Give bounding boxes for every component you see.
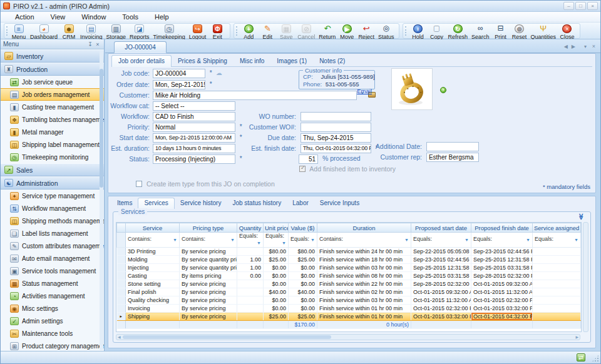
filter-cell[interactable]: Contains: [317,233,411,248]
toolbar-button[interactable]: × Close [560,24,575,40]
proposed-finish-cell[interactable]: Oct-01-2015 11:32:00 AM [471,288,533,296]
toolbar-button[interactable]: ‖ Hold [410,24,425,40]
maximize-button[interactable]: □ [575,2,586,10]
sidebar-item-timekeeping-monitoring[interactable]: ◷ Timekeeping monitoring [1,151,104,163]
assigned-cell[interactable] [533,264,581,272]
duration-cell[interactable]: Finish service within 03 hr 00 min [317,264,411,272]
duration-cell[interactable]: Finish service within 03 hr 00 min [317,296,411,305]
sidebar-group-inventory[interactable]: ▱ Inventory [1,49,104,63]
pricing-type-cell[interactable]: By service pricing [180,248,237,256]
table-vertical-scrollbar[interactable] [583,222,588,332]
toolbar-button[interactable]: ≡ Menu [11,24,26,40]
unit-price-cell[interactable]: $80.00 [264,248,289,256]
sidebar-item-auto-email-management[interactable]: ✉ Auto email management [1,252,104,265]
unit-price-cell[interactable]: $25.00 [264,313,289,321]
workflow-select[interactable]: CAD to Finish [153,112,235,121]
document-tab-jo-000004[interactable]: JO-000004 [114,41,167,53]
job-code-input[interactable]: JO-000004 [153,69,205,78]
est-duration-input[interactable]: 10 days 13 hours 0 minutes [153,144,235,153]
value-cell[interactable]: $0.00 [289,272,317,280]
filter-funnel-icon[interactable] [465,236,469,244]
email-link[interactable]: Email [357,88,372,94]
sidebar-item-metal-manager[interactable]: ▮ Metal manager [1,126,104,138]
column-header[interactable]: Unit price.. [264,223,289,233]
filter-funnel-icon[interactable] [257,239,261,247]
service-row[interactable]: Stone setting By service pricing $0.00 $… [117,280,581,288]
due-date-input[interactable]: Thu, Sep-24-2015 [300,133,371,143]
detail-tab[interactable]: Prices & Shipping [172,55,234,66]
additional-date-input[interactable] [426,142,479,151]
duration-cell[interactable]: Finish service within 24 hr 00 min [317,248,411,256]
duration-cell[interactable]: Finish service within 01 hr 00 min [317,305,411,313]
pricing-type-cell[interactable]: By service pricing [180,280,237,288]
wo-number-input[interactable] [300,112,371,121]
quantity-cell[interactable] [237,313,264,321]
filter-funnel-icon[interactable] [230,236,235,244]
service-row[interactable]: Molding By service quantity pricing 1.00… [117,256,581,264]
status-select[interactable]: Processing (Injecting) [153,154,235,164]
sidebar-item-shipping-methods-management[interactable]: ◫ Shipping methods management [1,215,104,227]
service-row[interactable]: Final polish By service pricing $40.00 $… [117,288,581,296]
assigned-cell[interactable] [533,305,581,313]
duration-cell[interactable]: Finish service within 02 hr 00 min [317,288,411,296]
filter-cell[interactable]: Contains: [126,233,180,248]
customer-rep-input[interactable]: Esther Bergsma [426,153,479,162]
quantity-cell[interactable] [237,305,264,313]
filter-funnel-icon[interactable] [311,236,315,244]
sidebar-item-label-lists-management[interactable]: ❏ Label lists management [1,227,104,240]
sidebar-item-custom-attributes-management[interactable]: ✎ Custom attributes management [1,240,104,252]
sidebar-item-tumbling-batches-management[interactable]: ❖ Tumbling batches management [1,113,104,126]
value-cell[interactable]: $80.00 [289,248,317,256]
sidebar-item-admin-settings[interactable]: ✓ Admin settings [1,315,104,327]
column-header[interactable]: Service [126,223,180,233]
column-header[interactable]: Quantity [237,223,264,233]
filter-cell[interactable]: Equals: [411,233,471,248]
proposed-start-cell[interactable]: Sep-25-2015 12:31:58 PM [411,264,471,272]
pin-icon[interactable]: ↧ [86,41,94,48]
value-cell[interactable]: $0.00 [289,264,317,272]
image-nav-icon[interactable]: › [440,87,446,93]
sidebar-group-production[interactable]: ♜ Production [1,63,104,76]
pricing-type-cell[interactable]: By items pricing [180,272,237,280]
proposed-finish-cell[interactable]: Oct-01-2015 02:32:00 PM [471,296,533,305]
duration-cell[interactable]: Finish service within 08 hr 00 min [317,272,411,280]
create-item-checkbox[interactable] [136,181,142,187]
filter-funnel-icon[interactable] [574,236,578,244]
sidebar-item-product-category-management[interactable]: ⊞ Product category management [1,340,104,352]
proposed-finish-cell[interactable]: Sep-25-2015 03:31:58 PM [471,264,533,272]
quantity-cell[interactable] [237,296,264,305]
sidebar-item-service-type-management[interactable]: ✦ Service type management [1,190,104,202]
add-finished-checkbox[interactable] [299,166,306,172]
service-row[interactable]: Quality checking By service pricing $0.0… [117,296,581,305]
toolbar-button[interactable]: ▢ Copy [429,24,444,40]
bottom-tab[interactable]: Items [111,198,138,209]
detail-tab[interactable]: Notes (2) [313,55,351,66]
table-horizontal-scrollbar[interactable]: ◀ ▶ [116,334,580,340]
service-row[interactable]: Injecting By service quantity pricing 1.… [117,264,581,272]
bottom-tab[interactable]: Service history [175,198,227,209]
sidebar-group-administration[interactable]: ☯ Administration [1,176,104,190]
toolbar-button[interactable]: ◪ Reports [130,24,150,40]
assigned-cell[interactable] [533,280,581,288]
duration-cell[interactable]: Finish service within 01 hr 00 min [317,313,411,321]
filter-funnel-icon[interactable] [282,239,286,247]
unit-price-cell[interactable]: $0.00 [264,280,289,288]
pricing-type-cell[interactable]: By service quantity pricing [180,264,237,272]
assigned-cell[interactable] [533,256,581,264]
toolbar-button[interactable]: ▶ Move [339,24,354,40]
assigned-cell[interactable] [533,272,581,280]
sidebar-item-status-management[interactable]: ▦ Status management [1,277,104,290]
service-row[interactable]: 3D Printing By service pricing $80.00 $8… [117,248,581,256]
tab-next-icon[interactable]: ▶ [572,44,575,49]
toolbar-button[interactable]: ◕ Dashboard [30,24,58,40]
quantity-cell[interactable]: 1.00 [237,264,264,272]
proposed-finish-cell[interactable]: Sep-25-2015 12:31:58 PM [471,256,533,264]
proposed-start-cell[interactable]: Sep-28-2015 02:32:00 PM [411,280,471,288]
service-row[interactable]: Invoicing By service pricing $0.00 $0.00… [117,305,581,313]
filter-funnel-icon[interactable] [526,236,530,244]
proposed-finish-cell[interactable]: Oct-01-2015 09:32:00 AM [471,280,533,288]
customer-wo-input[interactable] [300,123,371,132]
proposed-finish-cell[interactable]: Sep-23-2015 02:44:56 PM [471,248,533,256]
tab-prev-icon[interactable]: ◀ [564,44,568,49]
toolbar-button[interactable]: ☻ CRM [61,24,76,40]
